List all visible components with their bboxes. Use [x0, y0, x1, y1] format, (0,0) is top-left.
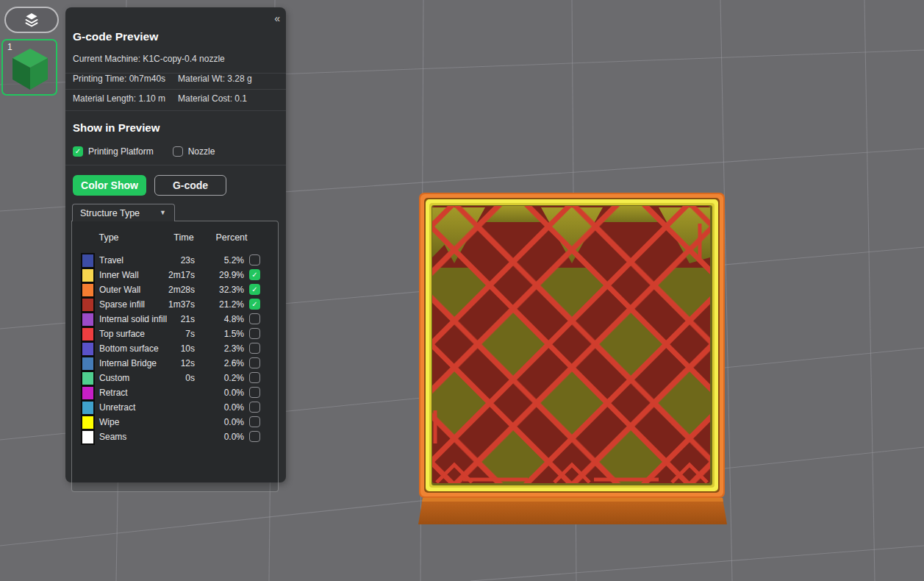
checkbox-label: Nozzle	[188, 146, 215, 157]
type-visibility-checkbox[interactable]	[249, 313, 260, 324]
type-visibility-checkbox[interactable]	[249, 387, 260, 398]
type-percent: 5.2%	[204, 255, 244, 265]
preview-option-printing-platform[interactable]: ✓Printing Platform	[73, 146, 154, 157]
column-header-percent: Percent	[212, 232, 251, 243]
type-time: 23s	[160, 255, 195, 265]
type-label: Travel	[99, 255, 123, 265]
type-time: 0s	[160, 373, 195, 383]
material-length-text: Material Length: 1.10 m	[73, 93, 165, 104]
plate-thumbnail[interactable]: 1	[1, 39, 57, 96]
type-percent: 32.3%	[204, 285, 244, 295]
type-visibility-checkbox[interactable]	[249, 431, 260, 442]
type-color-swatch	[81, 312, 95, 327]
type-visibility-checkbox[interactable]	[249, 254, 260, 265]
checkbox[interactable]	[173, 146, 183, 157]
structure-type-dropdown[interactable]: Structure Type ▼	[72, 204, 175, 221]
type-label: Top surface	[99, 329, 145, 339]
feature-legend-table: Type Time Percent Travel23s5.2%Inner Wal…	[71, 221, 279, 492]
type-label: Bottom surface	[99, 343, 159, 354]
column-header-type: Type	[89, 232, 129, 243]
type-percent: 4.8%	[204, 314, 244, 324]
type-visibility-checkbox[interactable]	[249, 402, 260, 413]
type-label: Seams	[99, 432, 126, 442]
show-in-preview-options: ✓Printing PlatformNozzle	[73, 146, 215, 157]
check-icon: ✓	[251, 301, 257, 308]
type-time: 21s	[160, 314, 195, 324]
type-label: Inner Wall	[99, 270, 139, 280]
preview-option-nozzle[interactable]: Nozzle	[173, 146, 215, 157]
type-visibility-checkbox[interactable]	[249, 416, 260, 427]
color-show-button[interactable]: Color Show	[73, 175, 146, 196]
layers-icon	[23, 11, 40, 29]
type-color-swatch	[81, 297, 95, 313]
type-time: 2m28s	[160, 285, 195, 295]
type-color-swatch	[81, 385, 95, 401]
collapse-panel-icon[interactable]: «	[274, 13, 279, 24]
cube-icon	[11, 47, 49, 91]
type-color-swatch	[81, 282, 95, 298]
type-color-swatch	[81, 371, 95, 386]
type-percent: 0.2%	[204, 373, 244, 383]
type-percent: 21.2%	[204, 299, 244, 310]
show-in-preview-heading: Show in Preview	[73, 121, 160, 134]
type-color-swatch	[81, 400, 95, 416]
type-time: 7s	[160, 329, 195, 339]
gcode-preview-panel: « G-code Preview Current Machine: K1C-co…	[65, 7, 286, 482]
type-label: Retract	[99, 388, 128, 398]
type-label: Internal solid infill	[99, 314, 167, 324]
current-machine-text: Current Machine: K1C-copy-0.4 nozzle	[73, 54, 225, 64]
structure-type-value: Structure Type	[80, 208, 140, 218]
type-label: Unretract	[99, 402, 135, 413]
type-percent: 0.0%	[204, 417, 244, 427]
type-color-swatch	[81, 253, 95, 268]
type-visibility-checkbox[interactable]: ✓	[249, 299, 260, 310]
material-cost-text: Material Cost: 0.1	[178, 93, 247, 104]
layer-view-button[interactable]	[4, 7, 59, 33]
type-visibility-checkbox[interactable]: ✓	[249, 284, 260, 295]
type-color-swatch	[81, 415, 95, 430]
type-label: Custom	[99, 373, 129, 383]
checkbox[interactable]: ✓	[73, 146, 83, 157]
type-color-swatch	[81, 341, 95, 357]
type-visibility-checkbox[interactable]: ✓	[249, 269, 260, 280]
type-percent: 0.0%	[204, 388, 244, 398]
type-visibility-checkbox[interactable]	[249, 343, 260, 354]
type-time: 12s	[160, 358, 195, 368]
type-time: 10s	[160, 343, 195, 354]
type-percent: 2.6%	[204, 358, 244, 368]
model-sparse-infill	[425, 206, 710, 483]
type-time: 2m17s	[160, 270, 195, 280]
3d-viewport[interactable]: 1 « G-code Preview Current Machine: K1C-…	[0, 0, 924, 581]
type-label: Sparse infill	[99, 299, 145, 310]
check-icon: ✓	[251, 271, 257, 279]
model-front-face	[418, 498, 727, 524]
check-icon: ✓	[75, 148, 81, 155]
type-percent: 0.0%	[204, 402, 244, 413]
type-color-swatch	[81, 268, 95, 283]
chevron-down-icon: ▼	[160, 209, 166, 216]
view-mode-buttons: Color Show G-code	[73, 175, 226, 196]
type-percent: 0.0%	[204, 432, 244, 442]
panel-title: G-code Preview	[73, 30, 158, 43]
type-color-swatch	[81, 429, 95, 445]
type-visibility-checkbox[interactable]	[249, 328, 260, 339]
printing-time-text: Printing Time: 0h7m40s	[73, 74, 165, 84]
type-visibility-checkbox[interactable]	[249, 357, 260, 368]
type-label: Outer Wall	[99, 285, 140, 295]
gcode-button[interactable]: G-code	[154, 175, 226, 196]
type-percent: 1.5%	[204, 329, 244, 339]
type-label: Internal Bridge	[99, 358, 157, 368]
column-header-time: Time	[164, 232, 204, 243]
type-label: Wipe	[99, 417, 119, 427]
type-visibility-checkbox[interactable]	[249, 372, 260, 383]
type-percent: 2.3%	[204, 343, 244, 354]
checkbox-label: Printing Platform	[88, 146, 154, 157]
gcode-model-preview[interactable]	[418, 190, 728, 527]
type-color-swatch	[81, 356, 95, 371]
type-time: 1m37s	[160, 299, 195, 310]
check-icon: ✓	[251, 286, 257, 293]
type-percent: 29.9%	[204, 270, 244, 280]
material-wt-text: Material Wt: 3.28 g	[178, 74, 252, 84]
type-color-swatch	[81, 327, 95, 342]
